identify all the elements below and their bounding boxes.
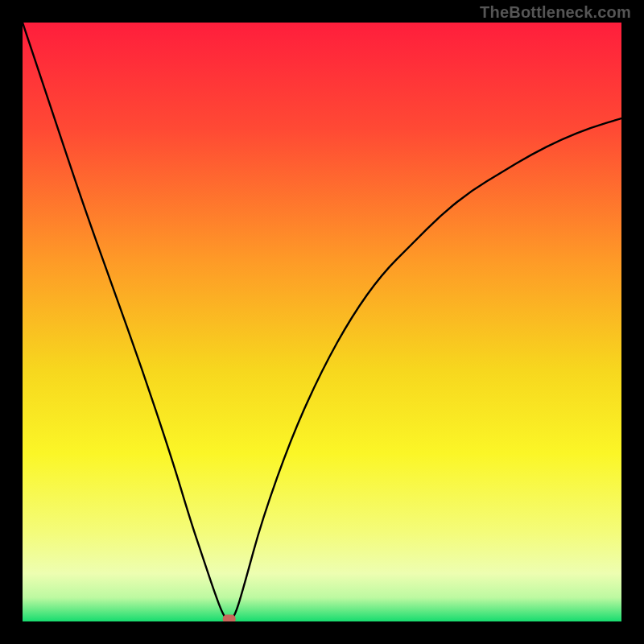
chart-container bbox=[23, 23, 621, 621]
optimal-point-marker bbox=[223, 615, 236, 622]
chart-background-gradient bbox=[23, 23, 621, 621]
bottleneck-chart bbox=[23, 23, 621, 621]
watermark-text: TheBottleneck.com bbox=[480, 3, 631, 22]
